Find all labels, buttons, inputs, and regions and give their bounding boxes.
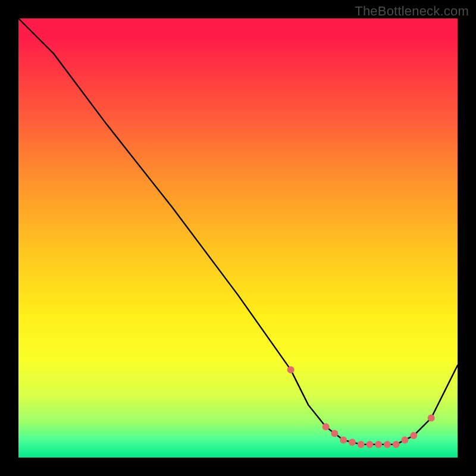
marker-dot	[340, 437, 347, 444]
attribution-watermark: TheBottleneck.com	[355, 4, 469, 19]
marker-dot	[393, 441, 400, 448]
marker-dot	[401, 437, 408, 444]
marker-dot	[322, 423, 330, 430]
marker-dot	[410, 432, 417, 439]
curve-line	[18, 18, 458, 444]
marker-dot	[375, 441, 382, 448]
marker-dot	[358, 441, 365, 448]
marker-dot	[428, 415, 435, 422]
marker-dot	[366, 441, 373, 448]
marker-dot	[384, 441, 391, 448]
marker-dot	[349, 439, 356, 446]
marker-dot	[287, 366, 295, 373]
chart-svg	[18, 18, 458, 458]
marker-dot	[331, 430, 338, 437]
